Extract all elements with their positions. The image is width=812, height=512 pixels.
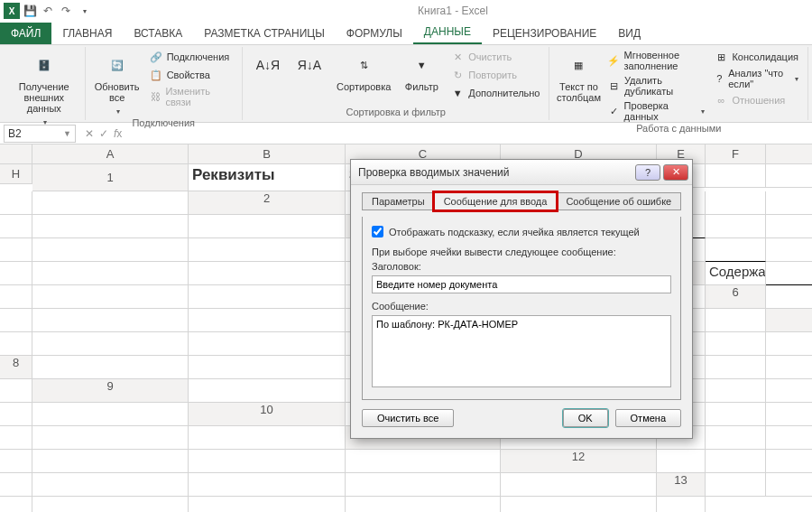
- ok-button[interactable]: OK: [563, 409, 608, 427]
- cell[interactable]: [706, 356, 766, 379]
- whatif-button[interactable]: ?Анализ "что если": [712, 67, 800, 90]
- col-header-B[interactable]: B: [189, 144, 346, 164]
- cell[interactable]: [189, 262, 346, 285]
- cell[interactable]: [766, 473, 812, 497]
- cell[interactable]: Содержание: [706, 262, 766, 285]
- cancel-edit-icon[interactable]: ✕: [85, 127, 94, 140]
- help-icon[interactable]: ?: [635, 164, 660, 181]
- flash-fill-button[interactable]: ⚡Мгновенное заполнение: [605, 49, 706, 72]
- show-hint-checkbox[interactable]: [372, 226, 383, 237]
- filter-button[interactable]: ▼ Фильтр: [400, 49, 443, 94]
- sort-button[interactable]: ⇅ Сортировка: [333, 49, 394, 94]
- edit-links-button[interactable]: ⛓Изменить связи: [147, 85, 235, 108]
- cell[interactable]: [346, 497, 501, 512]
- cell[interactable]: [706, 332, 766, 356]
- cell[interactable]: [0, 285, 32, 309]
- row-header[interactable]: 9: [32, 379, 189, 403]
- cell[interactable]: [706, 164, 766, 188]
- cell[interactable]: [0, 403, 32, 426]
- cell[interactable]: [766, 379, 812, 403]
- properties-button[interactable]: 📋Свойства: [147, 67, 235, 83]
- cell[interactable]: [706, 215, 766, 238]
- remove-duplicates-button[interactable]: ⊟Удалить дубликаты: [605, 74, 706, 98]
- refresh-all-button[interactable]: 🔄 Обновить все: [93, 49, 142, 117]
- advanced-button[interactable]: ▼Дополнительно: [448, 85, 541, 101]
- cell[interactable]: [32, 450, 189, 473]
- cell[interactable]: [32, 426, 189, 450]
- tab-review[interactable]: РЕЦЕНЗИРОВАНИЕ: [482, 23, 607, 44]
- cell[interactable]: [706, 309, 766, 332]
- save-icon[interactable]: 💾: [22, 3, 38, 19]
- cell[interactable]: [32, 309, 189, 332]
- cell[interactable]: [32, 238, 189, 262]
- sort-az-button[interactable]: A↓Я: [250, 49, 286, 81]
- cell[interactable]: [0, 450, 32, 473]
- cell[interactable]: [766, 426, 812, 450]
- message-textarea[interactable]: [372, 315, 671, 387]
- cell[interactable]: [189, 215, 346, 238]
- row-header[interactable]: 2: [189, 191, 346, 215]
- cell[interactable]: [189, 356, 346, 379]
- cell[interactable]: [189, 450, 346, 473]
- consolidate-button[interactable]: ⊞Консолидация: [712, 49, 800, 65]
- tab-error-message[interactable]: Сообщение об ошибке: [556, 192, 681, 210]
- cell[interactable]: [32, 332, 189, 356]
- cell[interactable]: [32, 215, 189, 238]
- get-external-data-button[interactable]: 🗄️ Получение внешних данных: [11, 49, 78, 128]
- tab-file[interactable]: ФАЙЛ: [0, 23, 51, 44]
- cell[interactable]: [706, 426, 766, 450]
- confirm-edit-icon[interactable]: ✓: [99, 127, 108, 140]
- close-icon[interactable]: ✕: [663, 164, 688, 181]
- cancel-button[interactable]: Отмена: [615, 409, 681, 427]
- name-box[interactable]: B2 ▼: [4, 125, 76, 143]
- text-to-columns-button[interactable]: ▦ Текст по столбцам: [557, 49, 600, 105]
- cell[interactable]: [32, 356, 189, 379]
- row-header[interactable]: 12: [501, 450, 657, 473]
- row-header[interactable]: 6: [706, 285, 766, 309]
- cell[interactable]: [189, 379, 346, 403]
- cell[interactable]: [0, 426, 32, 450]
- cell[interactable]: [32, 473, 189, 497]
- reapply-button[interactable]: ↻Повторить: [448, 67, 541, 83]
- cell[interactable]: [766, 332, 812, 356]
- dialog-titlebar[interactable]: Проверка вводимых значений ? ✕: [351, 160, 692, 185]
- cell[interactable]: [189, 426, 346, 450]
- cell[interactable]: [706, 379, 766, 403]
- cell[interactable]: [0, 473, 32, 497]
- cell[interactable]: [189, 497, 346, 512]
- cell[interactable]: [501, 473, 657, 497]
- cell[interactable]: [0, 262, 32, 285]
- cell[interactable]: [189, 309, 346, 332]
- cell[interactable]: [32, 497, 189, 512]
- cell[interactable]: [706, 450, 766, 473]
- cell[interactable]: [32, 285, 189, 309]
- undo-icon[interactable]: ↶: [40, 3, 56, 19]
- cell[interactable]: [0, 191, 32, 215]
- row-header[interactable]: 8: [0, 356, 32, 379]
- cell[interactable]: [766, 403, 812, 426]
- cell[interactable]: [189, 238, 346, 262]
- tab-page-layout[interactable]: РАЗМЕТКА СТРАНИЦЫ: [193, 23, 336, 44]
- cell[interactable]: [0, 238, 32, 262]
- cell[interactable]: [657, 497, 706, 512]
- cell[interactable]: [0, 497, 32, 512]
- cell[interactable]: [189, 473, 346, 497]
- header-input[interactable]: [372, 275, 671, 293]
- formula-input[interactable]: [127, 131, 812, 136]
- tab-formulas[interactable]: ФОРМУЛЫ: [336, 23, 413, 44]
- redo-icon[interactable]: ↷: [58, 3, 74, 19]
- col-header-F[interactable]: F: [706, 144, 766, 164]
- cell[interactable]: [766, 285, 812, 309]
- cell[interactable]: [189, 332, 346, 356]
- cell[interactable]: [706, 473, 766, 497]
- clear-button[interactable]: ✕Очистить: [448, 49, 541, 65]
- data-validation-button[interactable]: ✓Проверка данных: [605, 99, 706, 123]
- col-header-H[interactable]: H: [0, 164, 32, 184]
- col-header-A[interactable]: A: [32, 144, 189, 164]
- row-header[interactable]: 1: [32, 164, 189, 191]
- cell[interactable]: [766, 450, 812, 473]
- cell[interactable]: [501, 497, 657, 512]
- col-header-G[interactable]: G: [766, 144, 812, 164]
- cell[interactable]: [657, 450, 706, 473]
- clear-all-button[interactable]: Очистить все: [362, 409, 454, 427]
